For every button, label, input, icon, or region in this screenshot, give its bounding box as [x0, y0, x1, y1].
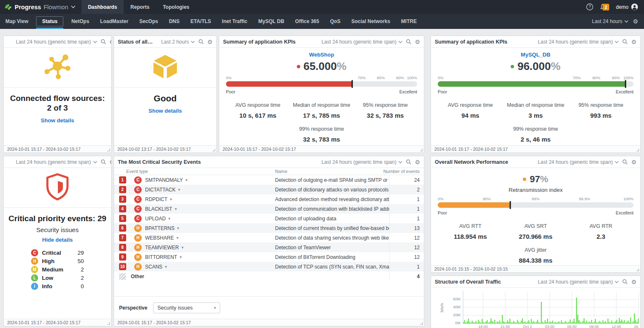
event-type-dropdown[interactable]: SMTPANOMALY▾: [145, 177, 275, 183]
nav-item-map-view[interactable]: Map View: [0, 14, 34, 29]
event-type-dropdown[interactable]: RDPDICT▾: [145, 196, 275, 202]
perspective-select[interactable]: Security issues ▾: [153, 302, 220, 313]
event-name: Advanced detection method revealing dict…: [275, 196, 389, 202]
nav-item-inet-traffic[interactable]: Inet Traffic: [216, 14, 253, 29]
search-icon[interactable]: [622, 39, 628, 44]
nav-item-mitre[interactable]: MITRE: [396, 14, 422, 29]
resize-handle[interactable]: [420, 149, 423, 151]
nav-item-eta-tls[interactable]: ETA/TLS: [185, 14, 216, 29]
high-severity-icon: H: [134, 244, 142, 251]
search-icon[interactable]: [101, 39, 106, 44]
event-count: 12: [389, 243, 424, 252]
kpi-metric-99: 99% response time 2 s, 46 ms: [438, 126, 634, 143]
global-time-range[interactable]: Last 24 hours: [592, 18, 629, 24]
resize-handle[interactable]: [636, 269, 639, 271]
resize-handle[interactable]: [213, 149, 215, 151]
card-time-range[interactable]: Last 24 hours (generic time span): [322, 159, 403, 165]
brand-logo[interactable]: Progress Flowmon: [0, 0, 81, 14]
event-type-dropdown[interactable]: BITTORRENT▾: [145, 254, 275, 260]
nav-item-dns[interactable]: DNS: [164, 14, 185, 29]
help-icon[interactable]: ?: [586, 3, 593, 10]
tab-dashboards[interactable]: Dashboards: [81, 0, 124, 14]
events-table-header: Event type Name Number of events: [114, 168, 424, 175]
card-time-range[interactable]: Last 24 hours (generic time span): [322, 39, 403, 45]
kpi-metrics: AVG response time94 ms Median of respons…: [438, 102, 634, 119]
gauge-ticks: 0% 70% 80% 90% 100%: [226, 75, 417, 80]
app-status-heading: Good: [114, 93, 216, 103]
time-range-label: Last 24 hours (generic time span): [322, 159, 397, 165]
resize-handle[interactable]: [636, 149, 639, 151]
card-time-range[interactable]: Last 24 hours (generic time span): [16, 159, 97, 165]
show-details-link[interactable]: Show details: [4, 117, 111, 124]
nav-item-qos[interactable]: QoS: [325, 14, 346, 29]
widget-settings-gear-icon[interactable]: ⚙: [109, 39, 112, 45]
card-time-range[interactable]: Last 24 hours (generic time span): [16, 39, 97, 45]
resize-handle[interactable]: [107, 322, 110, 325]
rank-badge: 4: [119, 205, 126, 212]
network-metric-jitter: AVG jitter 884.338 ms: [438, 247, 634, 264]
application-link[interactable]: MySQL_DB: [438, 52, 634, 58]
nav-item-secops[interactable]: SecOps: [134, 14, 164, 29]
legend-item-medium: M Medium 2: [31, 265, 84, 274]
event-type-dropdown[interactable]: WEBSHARE▾: [145, 235, 275, 241]
event-type-dropdown[interactable]: BLACKLIST▾: [145, 206, 275, 212]
search-icon[interactable]: [406, 159, 411, 165]
nav-item-loadmaster[interactable]: LoadMaster: [95, 14, 134, 29]
search-icon[interactable]: [406, 39, 411, 44]
event-row: 7 H WEBSHARE▾ Detection of data sharing …: [114, 233, 424, 243]
top-bar: Progress Flowmon Dashboards Reports Topo…: [0, 0, 644, 14]
application-cube-icon: [151, 53, 179, 82]
search-icon[interactable]: [622, 159, 628, 165]
network-gauge: [438, 202, 634, 208]
tab-reports[interactable]: Reports: [124, 0, 156, 14]
card-kpi-webshop: Summary of application KPIs Last 24 hour…: [219, 36, 424, 153]
user-menu[interactable]: demo: [616, 3, 638, 10]
event-type-dropdown[interactable]: DICTATTACK▾: [145, 187, 275, 193]
nav-item-status[interactable]: Status: [36, 16, 63, 26]
event-type-dropdown[interactable]: BPATTERNS▾: [145, 225, 275, 231]
search-icon[interactable]: [101, 159, 106, 165]
tab-topologies[interactable]: Topologies: [156, 0, 196, 14]
event-type-dropdown[interactable]: TEAMVIEWER▾: [145, 245, 275, 251]
dropdown-caret-icon: ▾: [182, 245, 184, 250]
notification-count-badge[interactable]: 2: [602, 4, 609, 10]
event-type-dropdown[interactable]: SCANS▾: [145, 264, 275, 270]
card-time-range[interactable]: Last 24 hours (generic time span): [538, 159, 619, 165]
event-name: Detection of TeamViewer: [275, 245, 389, 251]
hide-details-link[interactable]: Hide details: [4, 237, 111, 243]
show-details-link[interactable]: Show details: [114, 108, 216, 114]
brand-name: Progress: [15, 4, 41, 10]
high-severity-icon: H: [134, 234, 142, 242]
resize-handle[interactable]: [420, 322, 423, 325]
card-time-range[interactable]: Last 2 hours: [161, 39, 195, 45]
widget-settings-gear-icon[interactable]: ⚙: [109, 159, 112, 165]
search-icon[interactable]: [622, 279, 628, 284]
brand-chevron-down-icon[interactable]: [71, 5, 75, 8]
widget-settings-gear-icon[interactable]: ⚙: [207, 39, 213, 45]
security-subheading: Security issues: [4, 226, 111, 233]
search-icon[interactable]: [198, 39, 204, 44]
card-time-range[interactable]: Last 24 hours (generic time span): [538, 279, 619, 285]
time-range-label: Last 24 hours: [592, 18, 623, 24]
perspective-label: Perspective: [119, 305, 147, 311]
rank-badge: 1: [119, 176, 126, 183]
card-time-range[interactable]: Last 24 hours (generic time span): [538, 39, 619, 45]
widget-settings-gear-icon[interactable]: ⚙: [631, 39, 636, 45]
event-row: 4 C BLACKLIST▾ Detection of communicatio…: [114, 204, 424, 214]
dashboard-settings-gear-icon[interactable]: ⚙: [633, 18, 638, 24]
widget-settings-gear-icon[interactable]: ⚙: [415, 39, 420, 45]
progress-logo-icon: [4, 3, 12, 11]
svg-text:21:00: 21:00: [501, 325, 510, 328]
widget-settings-gear-icon[interactable]: ⚙: [631, 279, 636, 285]
event-type-dropdown[interactable]: UPLOAD▾: [145, 216, 275, 222]
nav-item-office-365[interactable]: Office 365: [290, 14, 325, 29]
resize-handle[interactable]: [107, 149, 110, 151]
application-link[interactable]: WebShop: [226, 52, 417, 58]
nav-item-social-networks[interactable]: Social Networks: [346, 14, 396, 29]
card-timestamp: 2024-10-01 15:17 - 2024-10-02 15:17: [219, 145, 424, 152]
network-metrics: AVG RTT118.954 ms AVG SRT270.966 ms AVG …: [438, 223, 634, 240]
nav-item-mysql-db[interactable]: MySQL DB: [253, 14, 290, 29]
widget-settings-gear-icon[interactable]: ⚙: [631, 159, 636, 165]
nav-item-netops[interactable]: NetOps: [66, 14, 95, 29]
widget-settings-gear-icon[interactable]: ⚙: [415, 159, 420, 165]
